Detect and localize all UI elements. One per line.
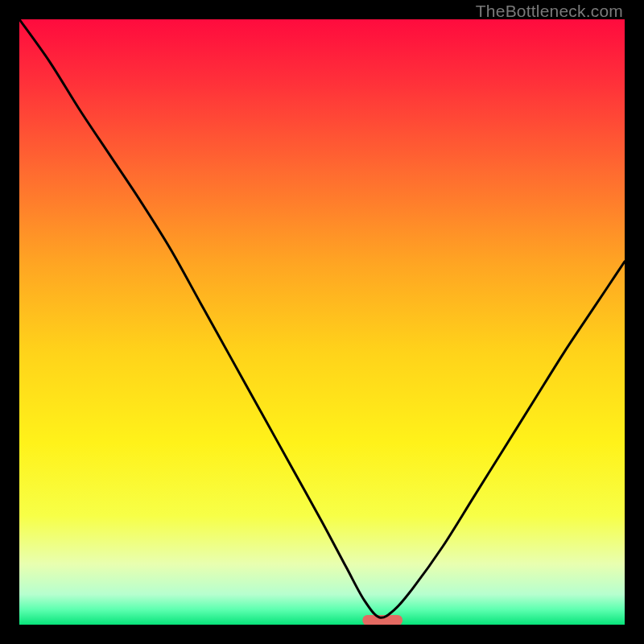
chart-frame [19,19,625,625]
gradient-background [19,19,625,625]
plot-svg [19,19,625,625]
watermark-text: TheBottleneck.com [476,2,623,21]
